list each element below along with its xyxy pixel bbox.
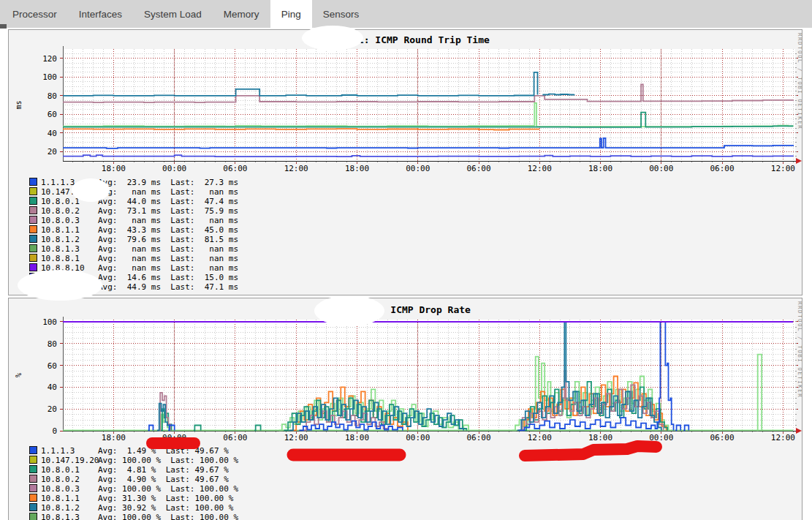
legend-row: 10.8.8.1Avg: nan ms Last: nan ms [29, 254, 238, 263]
svg-text:12:00: 12:00 [528, 164, 552, 173]
legend-label: 1.1.1.3 [41, 446, 98, 456]
legend-swatch [29, 484, 37, 492]
icmp-rtt-graph-panel: 18:0000:0006:0012:0018:0000:0006:0012:00… [8, 29, 802, 295]
legend-swatch [29, 206, 37, 214]
legend-swatch [29, 456, 37, 464]
legend-values: Avg: 73.1 ms Last: 75.9 ms [98, 206, 238, 216]
svg-text:18:00: 18:00 [345, 164, 369, 173]
corner-notch [0, 24, 7, 29]
legend-label: 10.8.0.1 [41, 465, 98, 475]
svg-text:06:00: 06:00 [466, 433, 490, 442]
legend-values: Avg: 100.00 % Last: 100.00 % [98, 456, 238, 465]
legend-row: 10.8.0.1Avg: 4.81 % Last: 49.67 % [29, 465, 229, 475]
svg-text:18:00: 18:00 [345, 433, 369, 442]
svg-text:00:00: 00:00 [649, 433, 673, 442]
legend-swatch [29, 244, 37, 252]
legend-swatch [29, 503, 37, 511]
legend-swatch [29, 263, 37, 271]
svg-text:80: 80 [48, 339, 57, 349]
legend-row: 10.8.0.2Avg: 4.90 % Last: 49.67 % [29, 475, 229, 484]
svg-text:100: 100 [42, 72, 57, 82]
tab-memory[interactable]: Memory [213, 0, 270, 28]
svg-text:18:00: 18:00 [588, 433, 612, 442]
tab-bar: ProcessorInterfacesSystem LoadMemoryPing… [0, 0, 812, 28]
svg-text:12:00: 12:00 [284, 164, 308, 173]
legend-values: Avg: 14.6 ms Last: 15.0 ms [98, 273, 238, 282]
legend-label: 10.8.1.1 [41, 494, 98, 503]
legend-row: 1.1.1.3Avg: 23.9 ms Last: 27.3 ms [29, 178, 238, 187]
legend-swatch [29, 273, 37, 281]
legend-values: Avg: 31.30 % Last: 100.00 % [98, 494, 233, 503]
legend-row: 10.8.1.1Avg: 43.3 ms Last: 45.0 ms [29, 225, 238, 235]
svg-text:06:00: 06:00 [223, 433, 247, 442]
legend-swatch [29, 197, 37, 205]
legend-label: 10.8.0.2 [41, 206, 98, 216]
legend-values: Avg: 100.00 % Last: 100.00 % [98, 513, 238, 520]
legend-row: 10.8.1.3Avg: nan ms Last: nan ms [29, 244, 238, 254]
svg-text:120: 120 [42, 54, 57, 64]
tab-ping[interactable]: Ping [270, 0, 312, 28]
legend-swatch [29, 494, 37, 502]
svg-text:RRDTOOL / TOBI OETIKER: RRDTOOL / TOBI OETIKER [797, 301, 802, 398]
tab-sensors[interactable]: Sensors [312, 0, 371, 28]
tab-processor[interactable]: Processor [1, 0, 68, 28]
legend-values: Avg: 30.92 % Last: 100.00 % [98, 503, 233, 513]
legend-label: 10.8.1.3 [41, 513, 98, 520]
svg-text:RRDTOOL / TOBI OETIKER: RRDTOOL / TOBI OETIKER [797, 33, 802, 129]
tab-interfaces[interactable]: Interfaces [68, 0, 133, 28]
legend-row: 1.1.1.3Avg: 1.49 % Last: 49.67 % [29, 446, 229, 456]
svg-text:00:00: 00:00 [649, 164, 673, 173]
svg-text:18:00: 18:00 [588, 164, 612, 173]
svg-text:12:00: 12:00 [771, 164, 795, 173]
svg-text:18:00: 18:00 [102, 433, 126, 442]
svg-text:%: % [15, 373, 23, 377]
svg-text:12:00: 12:00 [771, 433, 795, 442]
tab-system-load[interactable]: System Load [133, 0, 213, 28]
svg-text:60: 60 [48, 361, 57, 371]
svg-text:00:00: 00:00 [162, 164, 186, 173]
legend-values: Avg: 43.3 ms Last: 45.0 ms [98, 225, 238, 235]
legend-label: 10.8.8.1 [41, 254, 98, 263]
legend-swatch [29, 178, 37, 186]
legend-values: Avg: 4.90 % Last: 49.67 % [98, 475, 229, 484]
legend-values: Avg: 44.9 ms Last: 47.1 ms [98, 282, 238, 292]
legend-label: 10.8.1.3 [41, 244, 98, 254]
legend-label: 10.8.0.2 [41, 475, 98, 484]
legend-label: 10.8.0.3 [41, 484, 98, 494]
svg-text:0: 0 [52, 426, 57, 436]
svg-text:40: 40 [48, 383, 57, 392]
legend-values: Avg: 79.6 ms Last: 81.5 ms [98, 235, 238, 244]
legend-row: 10.147.19.20Avg: 100.00 % Last: 100.00 % [29, 456, 238, 465]
legend-swatch [29, 465, 37, 473]
svg-text:40: 40 [48, 129, 57, 138]
icmp-drop-graph-panel: 18:0000:0006:0012:0018:0000:0006:0012:00… [8, 298, 802, 520]
legend-label: 1.1.1.3 [41, 178, 98, 187]
legend-values: Avg: 100.00 % Last: 100.00 % [98, 484, 238, 494]
svg-text:00:00: 00:00 [162, 433, 186, 442]
legend-row: 10.8.0.3Avg: 100.00 % Last: 100.00 % [29, 484, 238, 494]
legend-row: Avg: 14.6 ms Last: 15.0 ms [29, 273, 238, 282]
svg-text:20: 20 [48, 404, 57, 414]
legend-label: 10.8.0.3 [41, 216, 98, 225]
legend-row: 10.8.1.1Avg: 31.30 % Last: 100.00 % [29, 494, 233, 503]
legend-swatch [29, 282, 37, 290]
legend-label: 10.147.19.20 [41, 456, 98, 465]
svg-text:00:00: 00:00 [406, 164, 430, 173]
svg-text:18:00: 18:00 [102, 164, 126, 173]
legend-label: 10.8.1.2 [41, 235, 98, 244]
legend-row: 10.8.1.3Avg: 100.00 % Last: 100.00 % [29, 513, 238, 520]
legend-label: 10.8.0.1 [41, 197, 98, 206]
legend-row: 10.8.1.2Avg: 30.92 % Last: 100.00 % [29, 503, 233, 513]
legend-swatch [29, 187, 37, 195]
page: ProcessorInterfacesSystem LoadMemoryPing… [0, 0, 812, 520]
legend-row: Avg: 44.9 ms Last: 47.1 ms [29, 282, 238, 292]
legend-row: 10.8.1.2Avg: 79.6 ms Last: 81.5 ms [29, 235, 238, 244]
legend-row: 10.8.0.2Avg: 73.1 ms Last: 75.9 ms [29, 206, 238, 216]
legend-label: 10.147.1 [41, 187, 98, 197]
legend-row: 10.8.0.3Avg: nan ms Last: nan ms [29, 216, 238, 225]
svg-text:ms: ms [15, 100, 23, 109]
svg-text:06:00: 06:00 [710, 164, 735, 173]
legend-values: Avg: nan ms Last: nan ms [98, 254, 238, 263]
legend-swatch [29, 446, 37, 454]
legend-values: Avg: nan ms Last: nan ms [98, 187, 238, 197]
